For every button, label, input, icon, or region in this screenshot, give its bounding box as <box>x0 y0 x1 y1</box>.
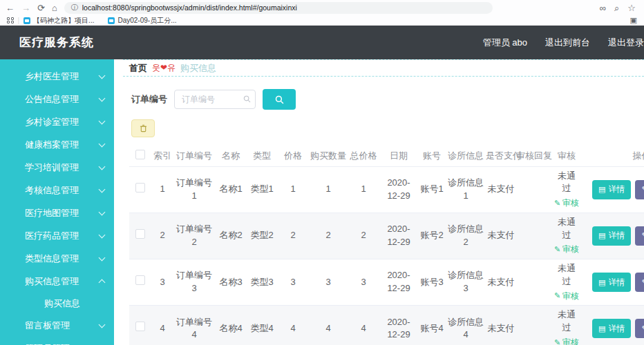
cell-qty: 3 <box>309 259 348 306</box>
chevron-down-icon <box>99 254 106 261</box>
bookmark-label: 【码神之路】项目... <box>33 16 94 26</box>
cell-pay-status: 未支付 <box>486 306 516 345</box>
col-operations: 操作 <box>581 146 644 166</box>
chevron-down-icon <box>99 72 106 79</box>
cell-qty: 4 <box>309 306 348 345</box>
col-pay: 是否支付 <box>486 146 516 166</box>
address-bar[interactable]: ⓘ localhost:8080/springbootwssjx/admin/d… <box>64 2 493 14</box>
edit-pencil-icon: ✎ <box>554 337 560 345</box>
detail-doc-icon: ▤ <box>598 324 605 333</box>
app-header: 医疗服务系统 管理员 abo 退出到前台 退出登录 <box>0 26 644 59</box>
audit-link-label: 审核 <box>562 197 579 209</box>
sidebar-item-label: 留言板管理 <box>25 319 100 332</box>
cell-total: 1 <box>348 166 379 213</box>
table-header-row: 索引 订单编号 名称 类型 价格 购买数量 总价格 日期 账号 诊所信息 是否支… <box>129 146 644 166</box>
breadcrumb-current: 购买信息 <box>180 62 216 75</box>
reading-list-icon[interactable]: ∞ <box>600 3 606 12</box>
sidebar-item[interactable]: 乡村医生管理 <box>0 65 114 88</box>
chevron-down-icon <box>99 117 106 124</box>
sidebar-item[interactable]: 乡村诊室管理 <box>0 110 114 133</box>
table-row: 1 订单编号1 名称1 类型1 1 1 1 2020-12-29 账号1 诊所信… <box>129 166 644 213</box>
sidebar-item-label: 医疗地图管理 <box>25 207 100 219</box>
chevron-down-icon <box>99 163 106 170</box>
forward-icon[interactable]: → <box>21 3 30 12</box>
chevron-down-icon <box>99 231 106 238</box>
sidebar-item[interactable]: 健康档案管理 <box>0 133 114 156</box>
cell-order-no: 订单编号2 <box>173 213 215 259</box>
batch-delete-button[interactable] <box>131 119 155 137</box>
exit-to-front-button[interactable]: 退出到前台 <box>545 37 590 49</box>
bookmark-item[interactable]: Day02-09-员工分... <box>108 16 176 26</box>
table-row: 3 订单编号3 名称3 类型3 3 3 3 2020-12-29 账号3 诊所信… <box>129 259 644 306</box>
sidebar-item[interactable]: 管理员管理 <box>0 337 114 345</box>
col-price: 价格 <box>277 146 309 166</box>
sidebar-item[interactable]: 学习培训管理 <box>0 156 114 179</box>
cell-order-no: 订单编号3 <box>173 259 215 306</box>
cell-index: 2 <box>151 213 173 259</box>
sidebar-item-label: 公告信息管理 <box>25 93 100 106</box>
sidebar-item-label: 管理员管理 <box>25 342 100 345</box>
row-checkbox[interactable] <box>135 322 145 331</box>
admin-user-label: 管理员 abo <box>483 37 527 49</box>
reload-icon[interactable]: ⟳ <box>37 3 45 12</box>
edit-button[interactable]: ✎ 修改 <box>635 226 644 246</box>
bookmark-item[interactable]: 【码神之路】项目... <box>23 16 94 26</box>
sidebar-item[interactable]: 公告信息管理 <box>0 88 114 110</box>
audit-link[interactable]: ✎ 审核 <box>554 244 579 255</box>
audit-status-text: 未通过 <box>553 262 580 288</box>
other-bookmarks-folder-icon[interactable]: ▣ <box>630 16 637 25</box>
sidebar-item[interactable]: 类型信息管理 <box>0 247 114 270</box>
detail-doc-icon: ▤ <box>598 231 605 240</box>
cell-clinic: 诊所信息2 <box>446 213 486 259</box>
sidebar-item[interactable]: 医疗地图管理 <box>0 201 114 224</box>
row-checkbox[interactable] <box>135 229 145 239</box>
detail-button[interactable]: ▤ 详情 <box>592 319 631 338</box>
orders-table: 索引 订单编号 名称 类型 价格 购买数量 总价格 日期 账号 诊所信息 是否支… <box>129 146 644 345</box>
audit-link[interactable]: ✎ 审核 <box>554 197 579 209</box>
sidebar-item[interactable]: 购买信息管理 <box>0 270 114 293</box>
sidebar-item[interactable]: 留言板管理 <box>0 314 114 337</box>
edit-pencil-icon: ✎ <box>641 185 644 194</box>
detail-button[interactable]: ▤ 详情 <box>592 180 631 199</box>
col-date: 日期 <box>379 146 418 166</box>
row-checkbox[interactable] <box>135 275 145 285</box>
apps-grid-icon[interactable] <box>7 17 14 24</box>
cell-pay-status: 未支付 <box>486 213 516 259</box>
cell-audit-reply <box>516 166 552 213</box>
col-total: 总价格 <box>348 146 379 166</box>
audit-link[interactable]: ✎ 审核 <box>554 337 579 345</box>
cell-total: 3 <box>348 259 379 306</box>
cell-total: 2 <box>348 213 379 259</box>
edit-button[interactable]: ✎ 修改 <box>635 319 644 338</box>
search-row: 订单编号 <box>131 89 644 110</box>
breadcrumb-home-link[interactable]: 首页 <box>129 62 147 75</box>
select-all-checkbox[interactable] <box>135 150 145 159</box>
site-info-icon[interactable]: ⓘ <box>71 3 78 12</box>
cell-index: 4 <box>151 306 173 345</box>
edit-button[interactable]: ✎ 修改 <box>635 273 644 292</box>
cell-order-no: 订单编号1 <box>173 166 215 213</box>
home-icon[interactable]: ⌂ <box>52 3 57 12</box>
bookmark-star-icon[interactable]: ☆ <box>627 3 636 12</box>
chevron-up-icon <box>99 279 106 286</box>
cell-date: 2020-12-29 <box>379 213 418 259</box>
sidebar-item[interactable]: 考核信息管理 <box>0 179 114 201</box>
col-audit: 审核 <box>552 146 581 166</box>
detail-button[interactable]: ▤ 详情 <box>592 273 631 292</box>
row-checkbox[interactable] <box>135 183 145 193</box>
search-button[interactable] <box>263 89 296 110</box>
sidebar-subitem[interactable]: 购买信息 <box>0 293 114 314</box>
back-icon[interactable]: ← <box>6 3 15 12</box>
sidebar-item[interactable]: 医疗药品管理 <box>0 224 114 247</box>
audit-status-text: 未通过 <box>553 216 580 242</box>
detail-button[interactable]: ▤ 详情 <box>592 226 631 246</box>
col-index: 索引 <box>151 146 173 166</box>
audit-link[interactable]: ✎ 审核 <box>554 290 579 302</box>
logout-button[interactable]: 退出登录 <box>608 37 644 49</box>
zoom-icon[interactable]: ⌕ <box>614 3 619 12</box>
cell-price: 2 <box>277 213 309 259</box>
edit-button[interactable]: ✎ 修改 <box>635 180 644 199</box>
bookmarks-divider: | <box>18 17 20 24</box>
detail-doc-icon: ▤ <box>598 278 605 287</box>
edit-pencil-icon: ✎ <box>554 198 560 209</box>
